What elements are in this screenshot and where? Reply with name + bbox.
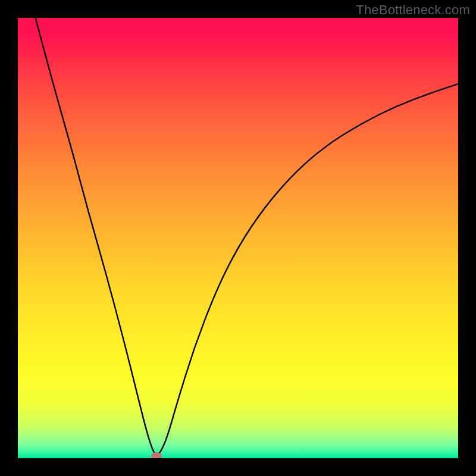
optimum-marker [151,452,162,458]
bottleneck-curve [18,18,458,458]
plot-area [18,18,458,458]
watermark-text: TheBottleneck.com [356,2,470,18]
chart-frame: TheBottleneck.com [0,0,476,476]
